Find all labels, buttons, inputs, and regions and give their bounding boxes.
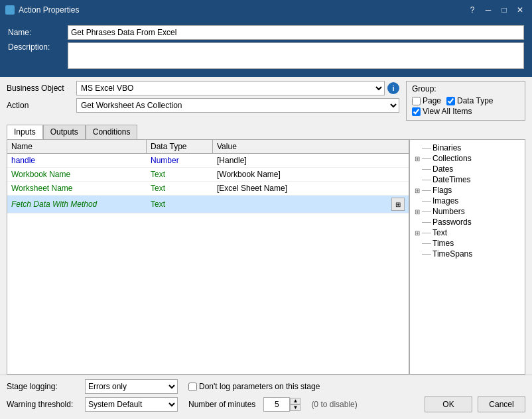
help-button[interactable]: ? [466, 3, 479, 17]
viewall-checkbox[interactable] [412, 107, 421, 116]
warning-threshold-row: Warning threshold: System Default Number… [7, 396, 525, 412]
calculator-button[interactable]: ⊞ [391, 198, 405, 211]
page-checkbox-label[interactable]: Page [412, 96, 441, 105]
table-row[interactable]: handle Number [Handle] [7, 154, 409, 168]
tree-line [422, 243, 431, 244]
row-value: [Handle] [213, 154, 409, 167]
page-checkbox[interactable] [412, 97, 421, 105]
close-button[interactable]: ✕ [513, 3, 527, 17]
tree-item-images[interactable]: Images [413, 196, 522, 206]
props-section: Business Object MS Excel VBO i Action Ge… [0, 77, 532, 125]
tabs-container: Inputs Outputs Conditions [7, 125, 525, 139]
tree-line [422, 148, 431, 149]
tree-label: Collections [432, 154, 472, 163]
minimize-button[interactable]: ─ [482, 3, 495, 17]
bottom-section: Stage logging: Errors only All None Don'… [0, 375, 532, 419]
tree-view: Binaries ⊞ Collections Dates DateTimes [409, 139, 525, 375]
minutes-spinner: ▲ ▼ [263, 397, 300, 412]
row-datatype: Text [147, 168, 213, 181]
name-label: Name: [8, 28, 68, 37]
tree-item-timespans[interactable]: TimeSpans [413, 249, 522, 259]
tree-item-times[interactable]: Times [413, 238, 522, 249]
row-value: [Excel Sheet Name] [213, 182, 409, 195]
spinner-buttons: ▲ ▼ [290, 398, 300, 411]
tree-item-passwords[interactable]: Passwords [413, 217, 522, 227]
col-datatype: Data Type [147, 140, 213, 153]
tree-item-text[interactable]: ⊞ Text [413, 227, 522, 238]
minutes-input[interactable] [263, 397, 290, 412]
tree-label: DateTimes [432, 175, 471, 184]
table-header: Name Data Type Value [7, 140, 409, 154]
col-name: Name [7, 140, 147, 153]
table-row[interactable]: Worksheet Name Text [Excel Sheet Name] [7, 182, 409, 196]
warning-threshold-label: Warning threshold: [7, 400, 80, 409]
tree-spacer [413, 164, 422, 174]
tree-line [422, 180, 431, 180]
maximize-button[interactable]: □ [498, 3, 511, 17]
tree-label: TimeSpans [432, 249, 472, 259]
tree-line [422, 190, 431, 191]
warning-threshold-select[interactable]: System Default [85, 397, 178, 412]
expand-icon-flags[interactable]: ⊞ [413, 186, 422, 195]
table-row[interactable]: Workbook Name Text [Workbook Name] [7, 168, 409, 182]
tree-label: Text [432, 228, 447, 237]
stage-logging-label: Stage logging: [7, 382, 80, 391]
tree-item-binaries[interactable]: Binaries [413, 143, 522, 153]
group-box: Group: Page Data Type View All Items [406, 81, 525, 121]
viewall-checkbox-label[interactable]: View All Items [412, 107, 472, 116]
content-area: Name Data Type Value handle Number [Hand… [7, 139, 525, 375]
stage-logging-select[interactable]: Errors only All None [85, 379, 178, 394]
row-name: handle [7, 154, 147, 167]
tab-conditions[interactable]: Conditions [86, 125, 138, 139]
business-object-label: Business Object [7, 84, 76, 93]
tree-line [422, 233, 431, 233]
tree-spacer [413, 249, 422, 259]
minutes-label: Number of minutes [188, 400, 255, 409]
tree-line [422, 158, 431, 159]
row-value: ⊞ [213, 196, 409, 213]
datatype-checkbox[interactable] [446, 97, 455, 105]
tab-inputs[interactable]: Inputs [7, 125, 43, 139]
tree-item-flags[interactable]: ⊞ Flags [413, 185, 522, 196]
cancel-button[interactable]: Cancel [478, 396, 525, 412]
tree-label: Passwords [432, 217, 472, 227]
row-name: Workbook Name [7, 168, 147, 181]
tree-item-numbers[interactable]: ⊞ Numbers [413, 206, 522, 217]
tree-line [422, 211, 431, 212]
tab-outputs[interactable]: Outputs [43, 125, 86, 139]
spin-down-button[interactable]: ▼ [290, 404, 300, 411]
table-body: handle Number [Handle] Workbook Name Tex… [7, 154, 409, 353]
tree-label: Flags [432, 186, 452, 195]
expand-icon-text[interactable]: ⊞ [413, 228, 422, 237]
dont-log-checkbox[interactable] [188, 383, 197, 391]
form-section: Name: Description: [0, 20, 532, 77]
description-input[interactable] [68, 42, 524, 69]
name-input[interactable] [68, 25, 524, 40]
ok-button[interactable]: OK [425, 396, 472, 412]
row-name: Worksheet Name [7, 182, 147, 195]
inputs-table: Name Data Type Value handle Number [Hand… [7, 139, 409, 375]
spin-up-button[interactable]: ▲ [290, 398, 300, 404]
app-icon [5, 5, 15, 15]
info-button[interactable]: i [387, 82, 399, 94]
action-select[interactable]: Get Worksheet As Collection [76, 98, 399, 113]
business-object-select[interactable]: MS Excel VBO [76, 81, 385, 95]
stage-logging-row: Stage logging: Errors only All None Don'… [7, 379, 525, 394]
tree-line [422, 222, 431, 223]
tree-item-datetimes[interactable]: DateTimes [413, 174, 522, 185]
dont-log-label[interactable]: Don't log parameters on this stage [188, 382, 320, 391]
col-value: Value [213, 140, 409, 153]
expand-icon-collections[interactable]: ⊞ [413, 154, 422, 163]
tree-item-dates[interactable]: Dates [413, 164, 522, 174]
description-label: Description: [8, 42, 68, 52]
disable-note: (0 to disable) [311, 400, 357, 409]
title-bar-text: Action Properties [19, 5, 79, 15]
expand-icon-numbers[interactable]: ⊞ [413, 207, 422, 216]
tree-line [422, 169, 431, 170]
tree-label: Times [432, 239, 454, 248]
tree-item-collections[interactable]: ⊞ Collections [413, 153, 522, 164]
table-row-selected[interactable]: Fetch Data With Method Text ⊞ [7, 196, 409, 213]
datatype-checkbox-label[interactable]: Data Type [446, 96, 493, 105]
action-label: Action [7, 101, 76, 110]
tree-spacer [413, 175, 422, 184]
